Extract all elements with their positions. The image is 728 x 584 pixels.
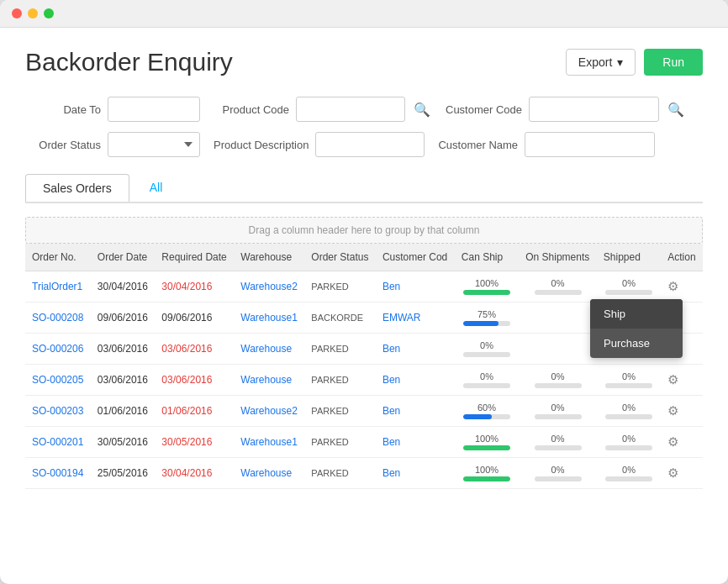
order-no-link[interactable]: TrialOrder1 bbox=[32, 281, 82, 292]
table-row: SO-000203 01/06/2016 01/06/2016 Warehous… bbox=[25, 396, 703, 427]
drag-hint: Drag a column header here to group by th… bbox=[25, 217, 703, 244]
col-order-no: Order No. bbox=[25, 244, 91, 271]
tabs: Sales Orders All bbox=[25, 174, 703, 203]
product-desc-input[interactable] bbox=[315, 132, 425, 157]
app-window: Backorder Enquiry Export ▾ Run Date To P… bbox=[0, 0, 728, 584]
table-row: SO-000201 30/05/2016 30/05/2016 Warehous… bbox=[25, 427, 703, 458]
cell-required-date: 30/04/2016 bbox=[155, 458, 234, 489]
cell-order-status: PARKED bbox=[304, 396, 376, 427]
title-bar bbox=[0, 0, 728, 28]
warehouse-link[interactable]: Warehouse bbox=[240, 467, 292, 479]
on-ship-pct: 0% bbox=[551, 371, 565, 381]
minimize-dot bbox=[28, 8, 38, 18]
cell-order-no: SO-000206 bbox=[25, 334, 91, 365]
cell-order-date: 03/06/2016 bbox=[91, 334, 156, 365]
cell-order-date: 30/05/2016 bbox=[91, 427, 156, 458]
col-shipped: Shipped bbox=[597, 244, 661, 271]
gear-icon[interactable]: ⚙ bbox=[667, 372, 678, 387]
warehouse-link[interactable]: Warehouse2 bbox=[240, 281, 298, 292]
tab-all[interactable]: All bbox=[133, 174, 180, 203]
cell-can-ship: 60% bbox=[455, 396, 519, 427]
warehouse-link[interactable]: Warehouse bbox=[240, 343, 292, 355]
can-ship-pct: 0% bbox=[480, 371, 493, 381]
cell-order-no: SO-000203 bbox=[25, 396, 91, 427]
customer-link[interactable]: Ben bbox=[382, 343, 400, 355]
customer-link[interactable]: Ben bbox=[382, 281, 400, 292]
warehouse-link[interactable]: Warehouse bbox=[240, 374, 292, 386]
tab-sales-orders[interactable]: Sales Orders bbox=[25, 174, 129, 202]
cell-action: ⚙ bbox=[661, 396, 703, 427]
customer-code-input[interactable] bbox=[529, 97, 659, 122]
cell-order-date: 30/04/2016 bbox=[91, 271, 156, 303]
customer-code-label: Customer Code bbox=[446, 103, 522, 116]
table-row: SO-000194 25/05/2016 30/04/2016 Warehous… bbox=[25, 458, 703, 489]
product-code-search-icon[interactable]: 🔍 bbox=[412, 102, 432, 118]
warehouse-link[interactable]: Warehouse1 bbox=[240, 312, 298, 324]
warehouse-link[interactable]: Warehouse1 bbox=[240, 436, 298, 448]
date-to-input[interactable] bbox=[108, 97, 200, 122]
dropdown-purchase-item[interactable]: Purchase bbox=[590, 329, 683, 358]
on-ship-pct: 0% bbox=[551, 434, 565, 444]
cell-shipped: 0% bbox=[597, 396, 661, 427]
action-dropdown: Ship Purchase bbox=[590, 299, 683, 358]
customer-link[interactable]: Ben bbox=[382, 405, 400, 417]
table-row: SO-000208 09/06/2016 09/06/2016 Warehous… bbox=[25, 303, 703, 334]
table-row: SO-000205 03/06/2016 03/06/2016 Warehous… bbox=[25, 365, 703, 396]
gear-icon[interactable]: ⚙ bbox=[667, 466, 678, 481]
gear-icon[interactable]: ⚙ bbox=[667, 434, 678, 450]
customer-name-input[interactable] bbox=[525, 132, 655, 157]
maximize-dot bbox=[44, 8, 54, 18]
cell-customer-code: Ben bbox=[376, 334, 455, 365]
dropdown-ship-item[interactable]: Ship bbox=[590, 299, 683, 329]
col-action: Action bbox=[661, 244, 703, 271]
col-required-date: Required Date bbox=[155, 244, 234, 271]
order-no-link[interactable]: SO-000208 bbox=[32, 312, 83, 324]
cell-warehouse: Warehouse bbox=[234, 365, 304, 396]
cell-warehouse: Warehouse bbox=[234, 458, 304, 489]
order-no-link[interactable]: SO-000194 bbox=[32, 467, 83, 479]
customer-name-group: Customer Name bbox=[438, 132, 655, 157]
shipped-pct: 0% bbox=[622, 465, 636, 475]
product-code-input[interactable] bbox=[296, 97, 405, 122]
col-on-shipments: On Shipments bbox=[519, 244, 597, 271]
gear-icon[interactable]: ⚙ bbox=[667, 279, 678, 294]
order-no-link[interactable]: SO-000201 bbox=[32, 436, 83, 448]
cell-customer-code: Ben bbox=[376, 271, 455, 303]
cell-order-status: PARKED bbox=[304, 427, 376, 458]
customer-code-group: Customer Code 🔍 bbox=[446, 97, 686, 122]
customer-link[interactable]: Ben bbox=[382, 467, 400, 479]
order-status-group: Order Status PARKED BACKORDER bbox=[25, 132, 200, 157]
cell-on-shipments: 0% bbox=[519, 427, 597, 458]
filter-row-2: Order Status PARKED BACKORDER Product De… bbox=[25, 132, 703, 157]
cell-order-status: PARKED bbox=[304, 365, 376, 396]
order-no-link[interactable]: SO-000205 bbox=[32, 374, 83, 386]
table-header-row: Order No. Order Date Required Date Wareh… bbox=[25, 244, 703, 271]
cell-action: ⚙ bbox=[661, 427, 703, 458]
cell-customer-code: Ben bbox=[376, 427, 455, 458]
shipped-pct: 0% bbox=[622, 278, 636, 288]
cell-customer-code: Ben bbox=[376, 458, 455, 489]
cell-order-no: SO-000205 bbox=[25, 365, 91, 396]
customer-link[interactable]: Ben bbox=[382, 436, 400, 448]
order-no-link[interactable]: SO-000206 bbox=[32, 343, 83, 355]
customer-link[interactable]: EMWAR bbox=[382, 312, 421, 324]
can-ship-pct: 100% bbox=[475, 465, 499, 475]
table-wrapper: Order No. Order Date Required Date Wareh… bbox=[25, 244, 703, 489]
customer-code-search-icon[interactable]: 🔍 bbox=[666, 102, 686, 118]
can-ship-pct: 100% bbox=[475, 278, 499, 288]
product-desc-label: Product Description bbox=[214, 139, 309, 151]
run-button[interactable]: Run bbox=[644, 49, 703, 76]
on-ship-pct: 0% bbox=[551, 465, 565, 475]
warehouse-link[interactable]: Warehouse2 bbox=[240, 405, 298, 417]
order-status-select[interactable]: PARKED BACKORDER bbox=[108, 132, 200, 157]
order-no-link[interactable]: SO-000203 bbox=[32, 405, 83, 417]
cell-action: ⚙ bbox=[661, 458, 703, 489]
customer-link[interactable]: Ben bbox=[382, 374, 400, 386]
cell-can-ship: 75% bbox=[455, 303, 519, 334]
col-warehouse: Warehouse bbox=[234, 244, 304, 271]
cell-required-date: 03/06/2016 bbox=[155, 365, 234, 396]
cell-warehouse: Warehouse bbox=[234, 334, 304, 365]
export-button[interactable]: Export ▾ bbox=[566, 49, 636, 76]
cell-can-ship: 100% bbox=[455, 427, 519, 458]
gear-icon[interactable]: ⚙ bbox=[667, 403, 678, 418]
